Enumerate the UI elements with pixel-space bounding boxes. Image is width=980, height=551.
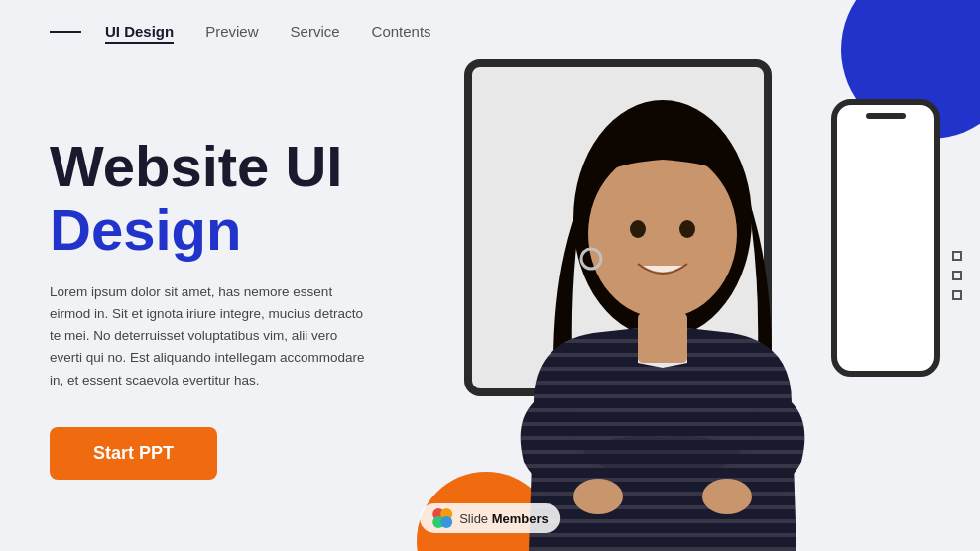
right-panel xyxy=(425,0,980,551)
hero-description: Lorem ipsum dolor sit amet, has nemore e… xyxy=(50,281,367,391)
hero-title-line2: Design xyxy=(50,198,367,262)
svg-point-13 xyxy=(440,516,452,528)
nav-item-contents[interactable]: Contents xyxy=(372,23,431,41)
hero-title-line1: Website UI xyxy=(50,135,367,198)
nav-item-service[interactable]: Service xyxy=(291,23,340,41)
slide-members-branding: Slide Members xyxy=(420,503,560,533)
nav-link-service[interactable]: Service xyxy=(291,23,340,40)
svg-point-2 xyxy=(630,220,646,238)
nav-item-preview[interactable]: Preview xyxy=(205,23,258,41)
pagination-dot-1[interactable] xyxy=(952,251,962,261)
svg-point-6 xyxy=(702,479,752,514)
navigation: UI Design Preview Service Contents xyxy=(0,0,980,63)
phone-notch xyxy=(866,113,906,119)
svg-point-3 xyxy=(679,220,695,238)
nav-line-decoration xyxy=(50,31,81,33)
pagination-dots xyxy=(952,251,962,300)
brand-text: Slide Members xyxy=(459,511,549,526)
start-ppt-button[interactable]: Start PPT xyxy=(50,427,217,480)
nav-link-preview[interactable]: Preview xyxy=(205,23,258,40)
svg-point-5 xyxy=(573,479,623,514)
svg-rect-4 xyxy=(638,313,687,363)
nav-link-contents[interactable]: Contents xyxy=(372,23,431,40)
svg-point-1 xyxy=(588,150,737,318)
nav-item-ui-design[interactable]: UI Design xyxy=(105,23,174,41)
nav-link-ui-design[interactable]: UI Design xyxy=(105,23,174,44)
person-photo xyxy=(454,65,871,551)
nav-links: UI Design Preview Service Contents xyxy=(105,23,431,41)
pagination-dot-2[interactable] xyxy=(952,271,962,280)
pagination-dot-3[interactable] xyxy=(952,290,962,300)
slide-members-icon xyxy=(431,507,453,529)
main-content: Website UI Design Lorem ipsum dolor sit … xyxy=(0,63,980,551)
left-panel: Website UI Design Lorem ipsum dolor sit … xyxy=(0,135,417,480)
